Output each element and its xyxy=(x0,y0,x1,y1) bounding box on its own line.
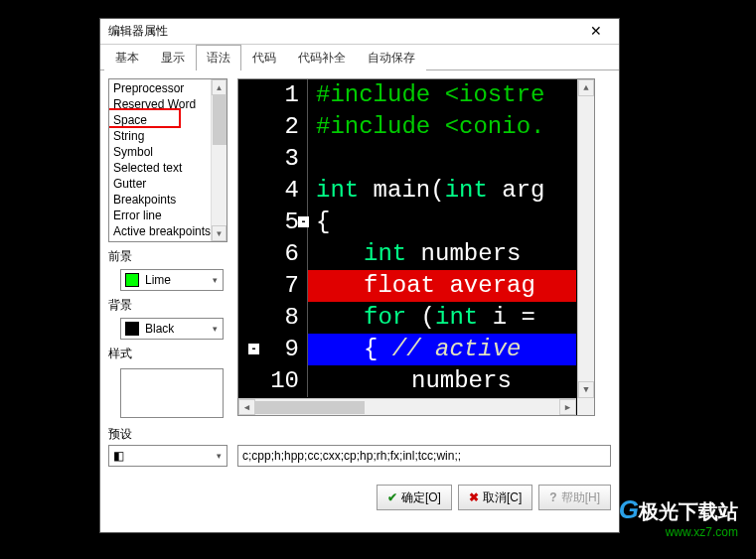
scroll-left-icon[interactable]: ◀ xyxy=(238,399,255,415)
code-line-active-breakpoint: -{ // active xyxy=(308,334,576,365)
line-number: 8 xyxy=(238,302,299,334)
extensions-input[interactable] xyxy=(237,445,611,467)
code-line: #include <conio. xyxy=(308,111,576,143)
scroll-corner xyxy=(577,398,594,415)
scroll-up-icon[interactable]: ▲ xyxy=(212,79,227,95)
style-label: 样式 xyxy=(108,346,227,362)
preset-combo[interactable]: ◧ ▾ xyxy=(108,445,227,467)
background-combo[interactable]: Black ▾ xyxy=(120,318,224,340)
list-item[interactable]: Breakpoints xyxy=(109,192,227,208)
watermark-logo: G极光下载站 xyxy=(619,494,738,525)
list-item[interactable]: String xyxy=(109,128,227,144)
editor-properties-dialog: 编辑器属性 ✕ 基本 显示 语法 代码 代码补全 自动保存 Preprocess… xyxy=(99,18,620,533)
watermark-url: www.xz7.com xyxy=(619,525,738,539)
scrollbar-vertical[interactable]: ▲ ▼ xyxy=(211,79,227,241)
line-number: 10 xyxy=(238,365,299,397)
scroll-track[interactable] xyxy=(255,399,559,415)
tab-display[interactable]: 显示 xyxy=(150,45,196,70)
foreground-value: Lime xyxy=(143,273,207,287)
tab-syntax[interactable]: 语法 xyxy=(196,45,241,70)
foreground-combo[interactable]: Lime ▾ xyxy=(120,269,224,291)
style-list[interactable] xyxy=(120,368,224,418)
help-button-label: 帮助[H] xyxy=(561,489,600,506)
preset-file-icon: ◧ xyxy=(109,449,127,463)
scroll-down-icon[interactable]: ▼ xyxy=(578,381,594,398)
scroll-thumb[interactable] xyxy=(213,95,227,145)
preset-label: 预设 xyxy=(108,426,611,443)
dialog-title: 编辑器属性 xyxy=(108,23,168,40)
list-item[interactable]: Error line xyxy=(109,208,227,223)
scrollbar-vertical[interactable]: ▲ ▼ xyxy=(577,79,594,398)
chevron-down-icon[interactable]: ▾ xyxy=(207,275,223,285)
fold-minus-icon[interactable]: - xyxy=(248,344,259,354)
code-line xyxy=(308,143,576,175)
watermark: G极光下载站 www.xz7.com xyxy=(619,494,738,539)
close-icon[interactable]: ✕ xyxy=(579,21,613,43)
tab-basic[interactable]: 基本 xyxy=(104,45,150,70)
code-line: -{ xyxy=(308,207,576,238)
code-line: #include <iostre xyxy=(308,79,576,111)
scroll-up-icon[interactable]: ▲ xyxy=(578,79,594,96)
chevron-down-icon[interactable]: ▾ xyxy=(207,324,223,334)
background-label: 背景 xyxy=(108,297,227,314)
line-number: 5 xyxy=(238,207,299,238)
cancel-button[interactable]: ✖ 取消[C] xyxy=(458,485,532,510)
tabstrip: 基本 显示 语法 代码 代码补全 自动保存 xyxy=(100,45,619,70)
line-number: 3 xyxy=(238,143,299,175)
line-number: 7 xyxy=(238,270,299,302)
list-item[interactable]: Active breakpoints xyxy=(109,223,227,239)
question-icon: ? xyxy=(549,490,556,504)
scrollbar-horizontal[interactable]: ◀ ▶ xyxy=(238,398,576,415)
code-line-error: float averag xyxy=(308,270,576,302)
tab-autosave[interactable]: 自动保存 xyxy=(357,45,426,70)
ok-button-label: 确定[O] xyxy=(401,489,441,506)
titlebar: 编辑器属性 ✕ xyxy=(100,19,619,45)
chevron-down-icon[interactable]: ▾ xyxy=(211,451,227,461)
x-icon: ✖ xyxy=(469,490,479,504)
tab-completion[interactable]: 代码补全 xyxy=(287,45,357,70)
scroll-right-icon[interactable]: ▶ xyxy=(559,399,576,415)
check-icon: ✔ xyxy=(387,490,397,504)
code-area: #include <iostre #include <conio. int ma… xyxy=(308,79,576,397)
line-number: 1 xyxy=(238,79,299,111)
list-item[interactable]: Folding lines xyxy=(109,239,227,242)
code-line: int main(int arg xyxy=(308,175,576,207)
fold-minus-icon[interactable]: - xyxy=(298,216,309,227)
background-value: Black xyxy=(143,322,207,336)
scroll-down-icon[interactable]: ▼ xyxy=(212,225,227,241)
help-button[interactable]: ? 帮助[H] xyxy=(538,485,611,510)
list-item[interactable]: Reserved Word xyxy=(109,96,227,112)
code-line: numbers xyxy=(308,365,576,397)
list-item[interactable]: Preprocessor xyxy=(109,80,227,96)
ok-button[interactable]: ✔ 确定[O] xyxy=(377,485,452,510)
syntax-element-list[interactable]: Preprocessor Reserved Word Space String … xyxy=(108,78,227,242)
tab-code[interactable]: 代码 xyxy=(241,45,287,70)
line-number: 2 xyxy=(238,111,299,143)
line-number: 4 xyxy=(238,175,299,207)
foreground-swatch-icon xyxy=(125,273,139,287)
list-item[interactable]: Symbol xyxy=(109,144,227,160)
line-number: 6 xyxy=(238,238,299,270)
background-swatch-icon xyxy=(125,322,139,336)
scroll-thumb[interactable] xyxy=(255,401,365,414)
foreground-label: 前景 xyxy=(108,248,227,265)
cancel-button-label: 取消[C] xyxy=(483,489,522,506)
list-item[interactable]: Space xyxy=(109,112,227,128)
tab-content: Preprocessor Reserved Word Space String … xyxy=(100,70,619,518)
list-item[interactable]: Selected text xyxy=(109,160,227,176)
code-line: int numbers xyxy=(308,238,576,270)
list-item[interactable]: Gutter xyxy=(109,176,227,192)
code-line: for (int i = xyxy=(308,302,576,334)
code-preview: 1 2 3 4 5 6 7 8 9 10 #include <iostre #i… xyxy=(237,78,595,416)
